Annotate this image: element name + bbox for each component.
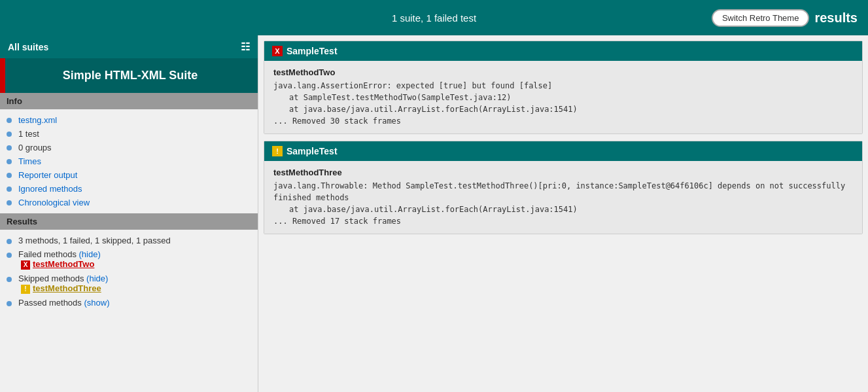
- times-link[interactable]: Times: [18, 156, 41, 166]
- error-line-2-2: at java.base/java.util.ArrayList.forEach…: [289, 205, 578, 214]
- main-layout: All suites ☷ Simple HTML-XML Suite Info …: [0, 35, 868, 392]
- info-item-times[interactable]: Times: [0, 154, 258, 168]
- error-line-1-4: ... Removed 30 stack frames: [273, 116, 401, 126]
- all-suites-label: All suites: [8, 42, 48, 52]
- passed-show-link[interactable]: (show): [84, 298, 109, 308]
- failed-icon-1: X: [21, 260, 30, 270]
- test-card-1: X SampleTest testMethodTwo java.lang.Ass…: [264, 41, 863, 134]
- results-list: 3 methods, 1 failed, 1 skipped, 1 passed…: [0, 230, 258, 313]
- error-text-2: java.lang.Throwable: Method SampleTest.t…: [273, 180, 853, 227]
- results-summary: 3 methods, 1 failed, 1 skipped, 1 passed: [0, 234, 258, 247]
- failed-badge-1: X: [272, 46, 283, 56]
- top-header: 1 suite, 1 failed test Switch Retro Them…: [0, 0, 868, 35]
- info-item-reporter-output[interactable]: Reporter output: [0, 168, 258, 182]
- skipped-methods-item: Skipped methods (hide) !testMethodThree: [0, 272, 258, 296]
- results-label: results: [814, 10, 858, 26]
- sidebar-header: All suites ☷: [0, 35, 258, 58]
- skipped-icon-1: !: [21, 285, 30, 294]
- results-section-label: Results: [0, 213, 258, 230]
- test-card-1-body: testMethodTwo java.lang.AssertionError: …: [264, 61, 862, 134]
- chronological-view-link[interactable]: Chronological view: [18, 198, 90, 207]
- switch-retro-button[interactable]: Switch Retro Theme: [712, 9, 810, 27]
- test-card-2-header: ! SampleTest: [264, 141, 862, 161]
- suite-title-bar: [3, 58, 5, 93]
- error-text-1: java.lang.AssertionError: expected [true…: [273, 80, 853, 127]
- test-card-2: ! SampleTest testMethodThree java.lang.T…: [264, 141, 863, 234]
- info-item-groups: 0 groups: [0, 141, 258, 154]
- test-card-2-title: SampleTest: [286, 146, 338, 156]
- error-line-1-1: java.lang.AssertionError: expected [true…: [273, 81, 552, 90]
- suite-title-text: Simple HTML-XML Suite: [63, 69, 198, 82]
- error-line-1-2: at SampleTest.testMethodTwo(SampleTest.j…: [289, 93, 512, 102]
- testng-xml-link[interactable]: testng.xml: [18, 115, 57, 125]
- error-line-2-1: java.lang.Throwable: Method SampleTest.t…: [273, 181, 850, 202]
- sidebar: All suites ☷ Simple HTML-XML Suite Info …: [0, 35, 258, 392]
- test-card-1-title: SampleTest: [286, 46, 338, 56]
- method-name-2: testMethodThree: [273, 168, 853, 177]
- skipped-hide-link[interactable]: (hide): [86, 274, 108, 283]
- reporter-output-link[interactable]: Reporter output: [18, 170, 77, 180]
- skipped-label: Skipped methods: [18, 274, 86, 283]
- failed-methods-item: Failed methods (hide) XtestMethodTwo: [0, 247, 258, 272]
- info-item-chronological-view[interactable]: Chronological view: [0, 196, 258, 209]
- test-card-1-header: X SampleTest: [264, 41, 862, 61]
- skipped-badge-2: !: [272, 146, 283, 156]
- right-section: Switch Retro Theme results: [712, 9, 858, 27]
- failed-method-link-1[interactable]: testMethodTwo: [33, 259, 94, 269]
- failed-hide-link[interactable]: (hide): [79, 249, 101, 259]
- content-area: X SampleTest testMethodTwo java.lang.Ass…: [258, 35, 868, 392]
- info-item-test-count: 1 test: [0, 127, 258, 141]
- skipped-method-link-1[interactable]: testMethodThree: [33, 283, 101, 293]
- results-summary-text: 3 methods, 1 failed, 1 skipped, 1 passed: [18, 236, 171, 245]
- method-name-1: testMethodTwo: [273, 67, 853, 77]
- passed-methods-item: Passed methods (show): [0, 296, 258, 310]
- failed-label: Failed methods: [18, 249, 79, 259]
- grid-icon: ☷: [241, 41, 250, 53]
- header-title: 1 suite, 1 failed test: [392, 12, 476, 24]
- ignored-methods-link[interactable]: Ignored methods: [18, 184, 82, 194]
- info-section-label: Info: [0, 93, 258, 109]
- info-item-testng-xml[interactable]: testng.xml: [0, 113, 258, 127]
- error-line-2-3: ... Removed 17 stack frames: [273, 217, 401, 226]
- skipped-method-row: !testMethodThree: [21, 283, 101, 293]
- failed-method-row: XtestMethodTwo: [21, 259, 94, 269]
- suite-title-block[interactable]: Simple HTML-XML Suite: [0, 58, 258, 93]
- error-line-1-3: at java.base/java.util.ArrayList.forEach…: [289, 105, 578, 114]
- passed-label: Passed methods: [18, 298, 84, 308]
- info-item-ignored-methods[interactable]: Ignored methods: [0, 182, 258, 196]
- info-list: testng.xml 1 test 0 groups Times Reporte…: [0, 109, 258, 213]
- test-card-2-body: testMethodThree java.lang.Throwable: Met…: [264, 161, 862, 234]
